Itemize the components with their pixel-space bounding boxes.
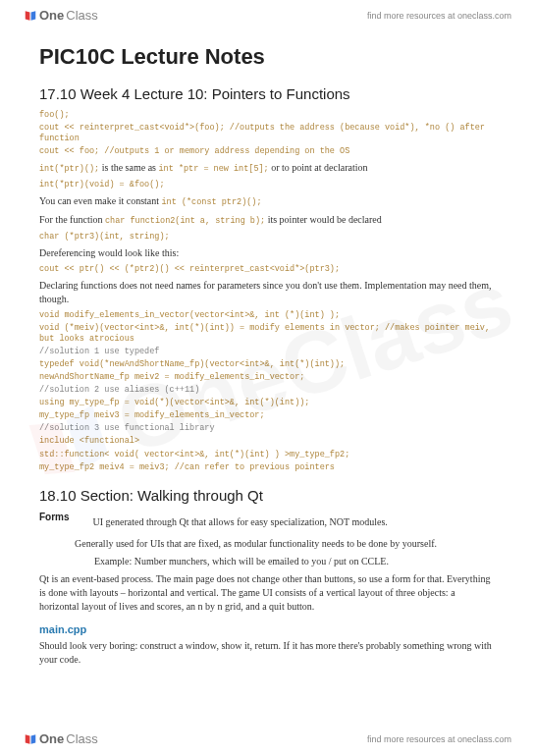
code-block: my_type_fp2 meiv4 = meiv3; //can refer t… (39, 462, 496, 473)
code-comment: //solution 2 use aliases (c++11) (39, 385, 496, 396)
brand-logo-footer[interactable]: OneClass (24, 731, 98, 746)
text: You can even make it constant (39, 195, 162, 206)
inline-code: int(*ptr)(); (39, 164, 99, 174)
code-comment: //solution 1 use typedef (39, 347, 496, 357)
code-block: void modify_elements_in_vector(vector<in… (39, 310, 496, 321)
text: is the same as (99, 162, 158, 173)
brand-suffix: Class (66, 8, 98, 23)
code-comment: //solution 3 use functional library (39, 423, 496, 434)
paragraph: Should look very boring: construct a win… (39, 639, 496, 667)
book-icon (24, 9, 37, 23)
text: or to point at declaration (269, 162, 368, 173)
subsection-heading: main.cpp (39, 623, 496, 635)
paragraph: Qt is an event-based process. The main p… (39, 572, 496, 614)
forms-definition: Forms UI generated through Qt that allow… (39, 512, 496, 533)
inline-code: int *ptr = new int[5]; (158, 164, 268, 174)
header: OneClass find more resources at oneclass… (0, 0, 535, 30)
code-block: cout << foo; //outputs 1 or memory addre… (39, 146, 496, 157)
text-line: Dereferencing would look like this: (39, 246, 496, 260)
text: its pointer would be declared (265, 214, 382, 225)
code-block: typedef void(*newAndShortName_fp)(vector… (39, 359, 496, 370)
code-block: std::function< void( vector<int>&, int(*… (39, 450, 496, 460)
header-tagline: find more resources at oneclass.com (367, 11, 511, 21)
text-line: For the function char function2(int a, s… (39, 213, 496, 228)
book-icon (24, 732, 37, 746)
text-line: int(*ptr)(); is the same as int *ptr = n… (39, 161, 496, 176)
code-block: my_type_fp meiv3 = modify_elements_in_ve… (39, 410, 496, 421)
page-title: PIC10C Lecture Notes (39, 44, 496, 70)
brand-prefix: One (39, 731, 64, 746)
code-block: void (*meiv)(vector<int>&, int(*)(int)) … (39, 323, 496, 345)
text: For the function (39, 214, 105, 225)
text-line: You can even make it constant int (*cons… (39, 194, 496, 209)
code-block: newAndShortName_fp meiv2 = modify_elemen… (39, 372, 496, 383)
brand-prefix: One (39, 8, 64, 23)
forms-label: Forms (39, 512, 70, 533)
code-block: foo(); (39, 110, 496, 121)
code-block: cout << reinterpret_cast<void*>(foo); //… (39, 123, 496, 144)
paragraph: Generally used for UIs that are fixed, a… (39, 537, 496, 551)
code-block: char (*ptr3)(int, string); (39, 232, 496, 243)
code-block: include <functional> (39, 436, 496, 447)
forms-desc: UI generated through Qt that allows for … (93, 515, 388, 529)
text-line: Declaring functions does not need names … (39, 279, 496, 306)
section-1-heading: 17.10 Week 4 Lecture 10: Pointers to Fun… (39, 85, 496, 102)
document-body: PIC10C Lecture Notes 17.10 Week 4 Lectur… (0, 30, 535, 690)
code-block: int(*ptr)(void) = &foo(); (39, 180, 496, 190)
inline-code: char function2(int a, string b); (105, 216, 265, 226)
brand-suffix: Class (66, 731, 98, 746)
footer-tagline: find more resources at oneclass.com (367, 734, 511, 744)
footer: OneClass find more resources at oneclass… (0, 724, 535, 754)
paragraph: Example: Number munchers, which will be … (39, 555, 496, 568)
brand-logo[interactable]: OneClass (24, 8, 98, 23)
code-block: cout << ptr() << (*ptr2)() << reinterpre… (39, 264, 496, 275)
inline-code: int (*const ptr2)(); (162, 197, 262, 207)
section-2-heading: 18.10 Section: Walking through Qt (39, 487, 496, 504)
code-block: using my_type_fp = void(*)(vector<int>&,… (39, 398, 496, 408)
